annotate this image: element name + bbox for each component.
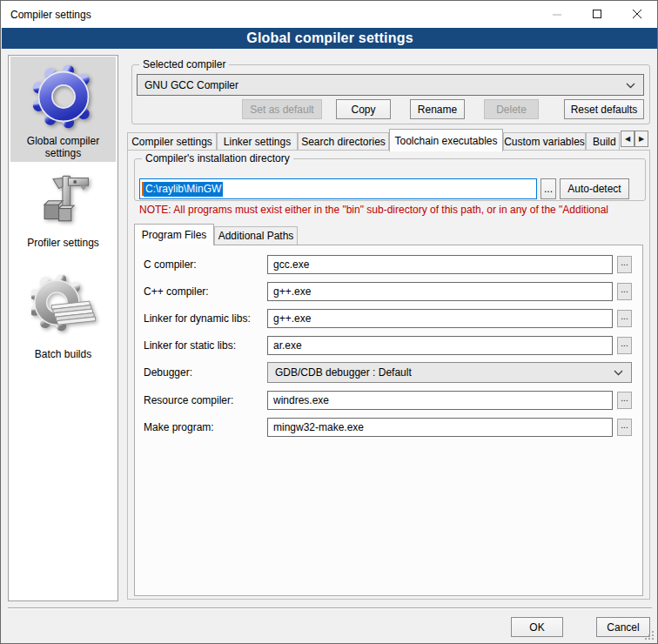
- sidebar-item-label: Profiler settings: [10, 237, 116, 249]
- resource-compiler-label: Resource compiler:: [144, 394, 233, 406]
- sidebar-item-label: Batch builds: [10, 348, 116, 360]
- sidebar-item-batch-builds[interactable]: Batch builds: [10, 268, 116, 369]
- footer-divider: [8, 607, 652, 609]
- subtab-program-files[interactable]: Program Files: [134, 224, 214, 245]
- cpp-compiler-input[interactable]: [267, 282, 613, 301]
- sidebar-item-global-compiler-settings[interactable]: Global compiler settings: [10, 57, 116, 162]
- dialog-banner: Global compiler settings: [2, 28, 658, 49]
- arrow-left-icon: ◀: [625, 135, 630, 143]
- auto-detect-button[interactable]: Auto-detect: [560, 178, 629, 199]
- resource-compiler-browse-button[interactable]: ...: [617, 392, 632, 409]
- blue-gear-icon: [10, 64, 116, 130]
- gray-gear-papers-icon: [10, 275, 116, 339]
- tab-linker-settings[interactable]: Linker settings: [217, 132, 298, 151]
- selected-compiler-legend: Selected compiler: [139, 58, 229, 70]
- install-dir-selected-text: C:\raylib\MinGW: [144, 182, 223, 197]
- tab-scroll-right-button[interactable]: ▶: [634, 131, 648, 147]
- debugger-select[interactable]: GDB/CDB debugger : Default: [267, 362, 632, 383]
- c-compiler-browse-button[interactable]: ...: [617, 256, 632, 273]
- arrow-right-icon: ▶: [639, 135, 644, 143]
- tab-scroll-left-button[interactable]: ◀: [621, 131, 634, 147]
- linker-static-label: Linker for static libs:: [144, 339, 236, 352]
- settings-sidebar: Global compiler settings: [8, 55, 118, 601]
- c-compiler-label: C compiler:: [144, 258, 197, 271]
- linker-dynamic-input[interactable]: [267, 309, 613, 328]
- tab-build-options[interactable]: Build: [586, 132, 620, 151]
- chevron-down-icon: [614, 370, 623, 376]
- close-icon: [633, 10, 642, 19]
- tab-compiler-settings[interactable]: Compiler settings: [127, 132, 217, 151]
- minimize-button[interactable]: [537, 1, 577, 28]
- install-dir-browse-button[interactable]: ...: [540, 178, 556, 199]
- subtab-additional-paths[interactable]: Additional Paths: [214, 226, 298, 245]
- minimize-icon: [553, 10, 562, 19]
- make-program-label: Make program:: [144, 421, 214, 433]
- title-bar: Compiler settings: [1, 1, 657, 28]
- window-controls: [537, 1, 657, 28]
- c-compiler-input[interactable]: [267, 255, 613, 274]
- install-dir-legend: Compiler's installation directory: [142, 152, 293, 164]
- close-button[interactable]: [617, 1, 657, 28]
- cpp-compiler-browse-button[interactable]: ...: [617, 283, 632, 300]
- reset-defaults-button[interactable]: Reset defaults: [564, 99, 644, 119]
- compiler-settings-dialog: Compiler settings Global compiler settin…: [0, 0, 658, 644]
- window-title: Compiler settings: [10, 9, 91, 21]
- toolchain-executables-page: Compiler's installation directory C:\ray…: [127, 150, 650, 600]
- linker-static-input[interactable]: [267, 336, 613, 355]
- cpp-compiler-label: C++ compiler:: [144, 285, 209, 298]
- resource-compiler-input[interactable]: [267, 391, 613, 410]
- compiler-select-value: GNU GCC Compiler: [144, 79, 238, 91]
- note-text: NOTE: All programs must exist either in …: [139, 204, 649, 216]
- install-dir-input[interactable]: C:\raylib\MinGW: [139, 178, 537, 199]
- caliper-icon: [10, 172, 116, 233]
- debugger-label: Debugger:: [144, 366, 192, 379]
- rename-button[interactable]: Rename: [410, 99, 465, 119]
- sidebar-item-profiler-settings[interactable]: Profiler settings: [10, 167, 116, 263]
- maximize-icon: [593, 10, 602, 19]
- set-as-default-button[interactable]: Set as default: [242, 99, 322, 119]
- linker-static-browse-button[interactable]: ...: [617, 337, 632, 354]
- maximize-button[interactable]: [577, 1, 617, 28]
- copy-button[interactable]: Copy: [336, 99, 391, 119]
- banner-title: Global compiler settings: [246, 30, 413, 46]
- delete-button[interactable]: Delete: [484, 99, 539, 119]
- resize-grip[interactable]: [644, 630, 655, 641]
- tab-custom-variables[interactable]: Custom variables: [503, 132, 586, 151]
- make-program-input[interactable]: [267, 418, 613, 437]
- debugger-select-value: GDB/CDB debugger : Default: [275, 366, 412, 379]
- compiler-select[interactable]: GNU GCC Compiler: [137, 74, 644, 96]
- chevron-down-icon: [626, 83, 635, 89]
- ok-button[interactable]: OK: [511, 617, 563, 637]
- make-program-browse-button[interactable]: ...: [617, 419, 632, 436]
- tab-toolchain-executables[interactable]: Toolchain executables: [389, 129, 503, 151]
- linker-dynamic-label: Linker for dynamic libs:: [144, 312, 251, 325]
- program-files-panel: C compiler: ... C++ compiler: ... Linker…: [134, 245, 643, 596]
- tab-search-directories[interactable]: Search directories: [298, 132, 389, 151]
- sidebar-item-label: Global compiler settings: [10, 135, 116, 159]
- cancel-button[interactable]: Cancel: [596, 617, 650, 637]
- linker-dynamic-browse-button[interactable]: ...: [617, 310, 632, 327]
